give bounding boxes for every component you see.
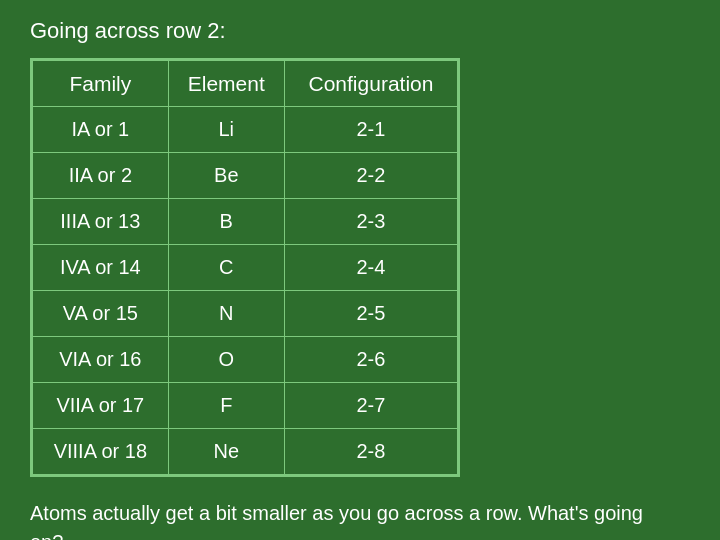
table-cell: IVA or 14	[33, 245, 169, 291]
table-cell: Li	[168, 107, 284, 153]
table-cell: VIIIA or 18	[33, 429, 169, 475]
table-cell: VA or 15	[33, 291, 169, 337]
table-cell: VIA or 16	[33, 337, 169, 383]
table-row: IIIA or 13B2-3	[33, 199, 458, 245]
table-cell: B	[168, 199, 284, 245]
table-cell: N	[168, 291, 284, 337]
table-cell: O	[168, 337, 284, 383]
table-cell: 2-4	[284, 245, 457, 291]
page-title: Going across row 2:	[30, 18, 690, 44]
table-cell: 2-1	[284, 107, 457, 153]
table-header-cell: Family	[33, 61, 169, 107]
table-cell: IIA or 2	[33, 153, 169, 199]
table-cell: VIIA or 17	[33, 383, 169, 429]
table-cell: 2-2	[284, 153, 457, 199]
table-cell: 2-3	[284, 199, 457, 245]
table-cell: C	[168, 245, 284, 291]
table-cell: IA or 1	[33, 107, 169, 153]
table-row: IVA or 14C2-4	[33, 245, 458, 291]
table-cell: Be	[168, 153, 284, 199]
table-header-cell: Configuration	[284, 61, 457, 107]
footer-text: Atoms actually get a bit smaller as you …	[30, 499, 670, 540]
table-cell: IIIA or 13	[33, 199, 169, 245]
table-row: VIA or 16O2-6	[33, 337, 458, 383]
table-cell: 2-8	[284, 429, 457, 475]
table-cell: 2-7	[284, 383, 457, 429]
table-row: VIIIA or 18Ne2-8	[33, 429, 458, 475]
table-row: IA or 1Li2-1	[33, 107, 458, 153]
table-row: VA or 15N2-5	[33, 291, 458, 337]
table-row: VIIA or 17F2-7	[33, 383, 458, 429]
table-cell: F	[168, 383, 284, 429]
table-cell: Ne	[168, 429, 284, 475]
data-table: FamilyElementConfigurationIA or 1Li2-1II…	[32, 60, 458, 475]
table-row: IIA or 2Be2-2	[33, 153, 458, 199]
table-header-cell: Element	[168, 61, 284, 107]
main-container: Going across row 2: FamilyElementConfigu…	[0, 0, 720, 540]
table-cell: 2-6	[284, 337, 457, 383]
table-cell: 2-5	[284, 291, 457, 337]
table-wrapper: FamilyElementConfigurationIA or 1Li2-1II…	[30, 58, 460, 477]
